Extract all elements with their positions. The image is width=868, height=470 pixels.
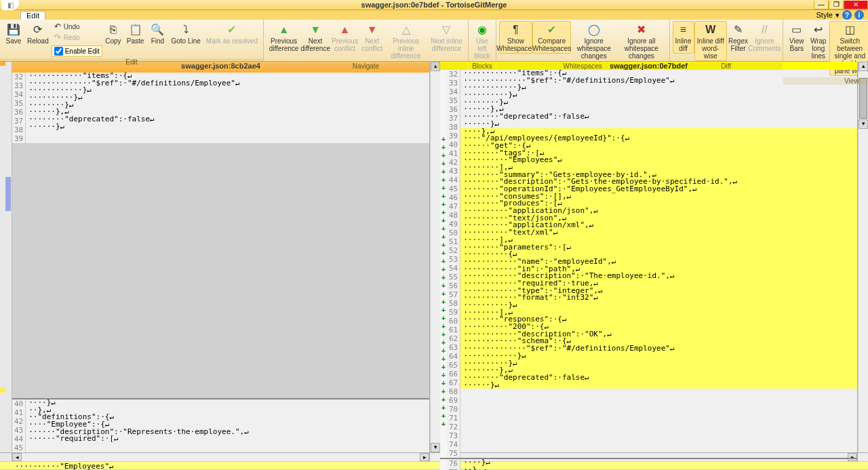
use-left-icon: ◉ <box>475 22 489 36</box>
group-blocks-label: Blocks <box>469 62 496 70</box>
circle-icon: ◯ <box>587 22 601 36</box>
scroll-up-icon[interactable]: ▴ <box>859 62 868 71</box>
group-navigate-label: Navigate <box>264 62 468 70</box>
inline-diff-button[interactable]: ≡Inline diff <box>673 21 694 54</box>
help-icon[interactable]: ? <box>842 10 852 20</box>
next-inline-button[interactable]: ▽Next inline difference <box>428 21 465 54</box>
inline-word-button[interactable]: WInline diff word-wise <box>694 21 728 61</box>
right-bottom-gutter <box>440 459 447 470</box>
ribbon-tabbar: Edit Style▾ ? i <box>0 10 868 20</box>
show-ws-button[interactable]: ¶Show Whitespaces <box>499 21 532 54</box>
arrow-down-icon: ▼ <box>309 22 322 36</box>
group-whitespaces-label: Whitespaces <box>496 62 669 70</box>
bars-icon: ▭ <box>790 22 804 36</box>
view-bars-button[interactable]: ▭View Bars <box>786 21 808 54</box>
ribbon: 💾Save ⟳Reload ↶Undo ↷Redo Enable Edit ⎘C… <box>0 20 868 62</box>
app-icon[interactable]: ◧ <box>1 0 19 10</box>
save-icon: 💾 <box>7 22 20 36</box>
maximize-button[interactable]: ❐ <box>829 1 844 9</box>
word-icon: W <box>704 22 717 36</box>
left-code-bottom[interactable]: ····}↵··},↵··"definitions":·{↵····"Emplo… <box>26 399 429 452</box>
paste-icon: 📋 <box>129 22 142 36</box>
scroll-down-icon[interactable]: ▾ <box>859 119 868 129</box>
wrap-button[interactable]: ↩Wrap long lines <box>808 21 829 61</box>
ignore-comments-button[interactable]: //Ignore Comments <box>749 21 780 54</box>
undo-icon: ↶ <box>53 22 62 31</box>
close-button[interactable]: ✕ <box>844 1 868 9</box>
prev-inline-button[interactable]: △Previous inline difference <box>384 21 427 61</box>
find-button[interactable]: 🔍Find <box>146 21 168 46</box>
right-code-top[interactable]: ············"items":·{↵··············"$r… <box>460 70 857 458</box>
regex-filter-button[interactable]: ✎Regex Filter <box>727 21 749 54</box>
arrow-down-red-icon: ▼ <box>366 22 379 36</box>
copy-icon: ⎘ <box>106 22 120 36</box>
right-code-bottom[interactable]: ····}↵··},↵··"definitions":·{↵····"Emplo… <box>460 459 857 470</box>
left-empty-area <box>12 143 429 398</box>
use-left-button[interactable]: ◉Use left block <box>471 21 493 61</box>
info-icon[interactable]: i <box>854 10 864 20</box>
x-icon: ✖ <box>635 22 648 36</box>
reload-icon: ⟳ <box>31 22 45 36</box>
next-diff-button[interactable]: ▼Next difference <box>301 21 330 54</box>
content-area: swagger.json:8cb2ae4 3233343536373839 ··… <box>0 62 868 452</box>
group-diff-label: Diff <box>670 62 783 70</box>
save-button[interactable]: 💾Save <box>3 21 24 46</box>
pilcrow-icon: ¶ <box>509 22 523 36</box>
ignore-ws-changes-button[interactable]: ◯Ignore whitespace changes <box>571 21 616 61</box>
wrap-icon: ↩ <box>812 22 825 36</box>
right-pane: swagger.json:0e7bdef +++++++++++++++++++… <box>440 62 858 452</box>
copy-button[interactable]: ⎘Copy <box>102 21 124 46</box>
prev-conflict-button[interactable]: ▲Previous conflict <box>330 21 360 54</box>
minimize-button[interactable]: — <box>814 1 829 9</box>
inline-diff-icon: ≡ <box>677 22 690 36</box>
ignore-all-ws-button[interactable]: ✖Ignore all whitespace changes <box>616 21 666 61</box>
group-edit-label: Edit <box>0 58 263 66</box>
style-dropdown-icon[interactable]: ▾ <box>835 11 840 20</box>
right-gutter-marks: ++++++++++++++++++++++++++++++++++++ <box>440 70 447 458</box>
left-line-numbers: 3233343536373839 <box>12 73 26 143</box>
right-vscrollbar[interactable]: ▴ ▾ <box>858 62 868 452</box>
scroll-down-icon[interactable]: ▾ <box>431 443 440 452</box>
arrow-down-icon: ▽ <box>439 22 453 36</box>
left-hscrollbar[interactable]: ◂▸ <box>12 453 430 461</box>
mark-resolved-button[interactable]: ✔Mark as resolved <box>203 21 260 46</box>
window-title: swagger.json:0e7bdef - TortoiseGitMerge <box>361 1 507 9</box>
right-line-numbers: 3233343536373839404142434445464748495051… <box>447 70 460 458</box>
redo-icon: ↷ <box>53 33 62 42</box>
redo-button[interactable]: ↷Redo <box>52 32 102 43</box>
enable-edit-checkbox[interactable]: Enable Edit <box>52 45 102 57</box>
check-icon: ✔ <box>225 22 239 36</box>
undo-button[interactable]: ↶Undo <box>52 21 102 32</box>
left-code-top[interactable]: ············"items":·{↵··············"$r… <box>26 73 429 143</box>
style-label[interactable]: Style <box>816 11 833 19</box>
next-conflict-button[interactable]: ▼Next conflict <box>360 21 384 54</box>
arrow-up-red-icon: ▲ <box>338 22 351 36</box>
arrow-up-icon: △ <box>399 22 413 36</box>
check-icon: ✔ <box>545 22 559 36</box>
goto-icon: ⤵ <box>179 22 193 36</box>
pane-icon: ◫ <box>843 22 856 36</box>
find-icon: 🔍 <box>151 22 164 36</box>
titlebar: ◧ swagger.json:0e7bdef - TortoiseGitMerg… <box>0 0 868 10</box>
goto-line-button[interactable]: ⤵Goto Line <box>168 21 203 46</box>
tab-edit[interactable]: Edit <box>20 11 45 20</box>
prev-diff-button[interactable]: ▲Previous difference <box>267 21 301 54</box>
comment-icon: // <box>757 22 771 36</box>
left-bottom-line-numbers: 404142434445 <box>12 399 26 452</box>
left-vscrollbar[interactable]: ▴ ▾ <box>430 62 440 452</box>
paste-button[interactable]: 📋Paste <box>124 21 147 46</box>
reload-button[interactable]: ⟳Reload <box>24 21 52 46</box>
locator-bar[interactable] <box>0 62 12 452</box>
arrow-up-icon: ▲ <box>277 22 291 36</box>
compare-ws-button[interactable]: ✔Compare Whitespaces <box>532 21 571 54</box>
right-bottom-line-numbers: 767778798081 <box>447 459 460 470</box>
filter-icon: ✎ <box>732 22 745 36</box>
left-pane: swagger.json:8cb2ae4 3233343536373839 ··… <box>12 62 430 452</box>
